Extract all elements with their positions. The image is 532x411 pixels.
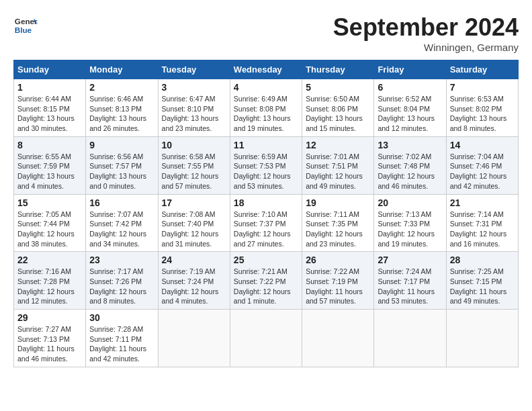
day-number: 3 [162, 82, 226, 93]
day-number: 10 [162, 140, 226, 150]
calendar-cell: 16Sunrise: 7:07 AM Sunset: 7:42 PM Dayli… [86, 194, 158, 252]
day-number: 18 [234, 197, 298, 208]
day-info: Sunrise: 7:16 AM Sunset: 7:28 PM Dayligh… [17, 267, 82, 306]
day-number: 7 [450, 82, 515, 93]
day-number: 5 [306, 82, 370, 93]
day-number: 4 [234, 82, 298, 93]
weekday-header-monday: Monday [86, 60, 158, 79]
calendar-cell [302, 310, 374, 367]
day-info: Sunrise: 6:44 AM Sunset: 8:15 PM Dayligh… [17, 94, 82, 134]
day-info: Sunrise: 6:53 AM Sunset: 8:02 PM Dayligh… [450, 94, 515, 134]
calendar-cell: 12Sunrise: 7:01 AM Sunset: 7:51 PM Dayli… [302, 136, 374, 194]
calendar-cell: 14Sunrise: 7:04 AM Sunset: 7:46 PM Dayli… [446, 136, 518, 194]
day-number: 15 [17, 197, 82, 208]
calendar-cell: 26Sunrise: 7:22 AM Sunset: 7:19 PM Dayli… [302, 252, 374, 310]
day-number: 29 [17, 312, 82, 323]
day-info: Sunrise: 7:04 AM Sunset: 7:46 PM Dayligh… [450, 152, 515, 191]
logo-icon: General Blue [13, 13, 38, 38]
month-title: September 2024 [333, 13, 519, 42]
day-info: Sunrise: 6:47 AM Sunset: 8:10 PM Dayligh… [162, 94, 226, 134]
day-number: 14 [450, 140, 515, 150]
day-info: Sunrise: 6:49 AM Sunset: 8:08 PM Dayligh… [234, 94, 298, 134]
calendar-cell: 18Sunrise: 7:10 AM Sunset: 7:37 PM Dayli… [230, 194, 302, 252]
calendar-cell: 23Sunrise: 7:17 AM Sunset: 7:26 PM Dayli… [86, 252, 158, 310]
day-number: 21 [450, 197, 515, 208]
day-info: Sunrise: 7:28 AM Sunset: 7:11 PM Dayligh… [89, 324, 154, 364]
weekday-header-saturday: Saturday [446, 60, 518, 79]
calendar-cell: 11Sunrise: 6:59 AM Sunset: 7:53 PM Dayli… [230, 136, 302, 194]
calendar-cell [374, 310, 446, 367]
day-info: Sunrise: 7:27 AM Sunset: 7:13 PM Dayligh… [17, 324, 82, 364]
calendar-cell: 29Sunrise: 7:27 AM Sunset: 7:13 PM Dayli… [14, 310, 86, 367]
calendar-cell: 4Sunrise: 6:49 AM Sunset: 8:08 PM Daylig… [230, 79, 302, 137]
day-info: Sunrise: 7:21 AM Sunset: 7:22 PM Dayligh… [234, 267, 298, 306]
day-number: 30 [89, 312, 154, 323]
calendar-cell: 27Sunrise: 7:24 AM Sunset: 7:17 PM Dayli… [374, 252, 446, 310]
calendar-cell: 15Sunrise: 7:05 AM Sunset: 7:44 PM Dayli… [14, 194, 86, 252]
calendar-cell: 8Sunrise: 6:55 AM Sunset: 7:59 PM Daylig… [14, 136, 86, 194]
calendar-week-1: 1Sunrise: 6:44 AM Sunset: 8:15 PM Daylig… [14, 79, 519, 137]
day-number: 9 [89, 140, 154, 150]
calendar-cell: 28Sunrise: 7:25 AM Sunset: 7:15 PM Dayli… [446, 252, 518, 310]
calendar-cell: 13Sunrise: 7:02 AM Sunset: 7:48 PM Dayli… [374, 136, 446, 194]
calendar-week-5: 29Sunrise: 7:27 AM Sunset: 7:13 PM Dayli… [14, 310, 519, 367]
day-info: Sunrise: 6:56 AM Sunset: 7:57 PM Dayligh… [89, 152, 154, 191]
day-info: Sunrise: 7:13 AM Sunset: 7:33 PM Dayligh… [378, 210, 442, 249]
calendar-cell: 10Sunrise: 6:58 AM Sunset: 7:55 PM Dayli… [158, 136, 230, 194]
calendar-table: SundayMondayTuesdayWednesdayThursdayFrid… [13, 60, 519, 367]
day-info: Sunrise: 7:10 AM Sunset: 7:37 PM Dayligh… [234, 210, 298, 249]
calendar-cell: 5Sunrise: 6:50 AM Sunset: 8:06 PM Daylig… [302, 79, 374, 137]
day-info: Sunrise: 7:25 AM Sunset: 7:15 PM Dayligh… [450, 267, 515, 306]
day-number: 26 [306, 255, 370, 265]
day-info: Sunrise: 6:55 AM Sunset: 7:59 PM Dayligh… [17, 152, 82, 191]
day-number: 13 [378, 140, 442, 150]
calendar-cell: 19Sunrise: 7:11 AM Sunset: 7:35 PM Dayli… [302, 194, 374, 252]
day-number: 1 [17, 82, 82, 93]
day-info: Sunrise: 6:50 AM Sunset: 8:06 PM Dayligh… [306, 94, 370, 134]
calendar-cell: 9Sunrise: 6:56 AM Sunset: 7:57 PM Daylig… [86, 136, 158, 194]
day-number: 27 [378, 255, 442, 265]
calendar-cell [230, 310, 302, 367]
day-info: Sunrise: 7:02 AM Sunset: 7:48 PM Dayligh… [378, 152, 442, 191]
calendar-cell: 25Sunrise: 7:21 AM Sunset: 7:22 PM Dayli… [230, 252, 302, 310]
day-number: 17 [162, 197, 226, 208]
title-block: September 2024 Winningen, Germany [333, 13, 519, 53]
day-number: 16 [89, 197, 154, 208]
weekday-header-friday: Friday [374, 60, 446, 79]
calendar-cell: 17Sunrise: 7:08 AM Sunset: 7:40 PM Dayli… [158, 194, 230, 252]
calendar-week-2: 8Sunrise: 6:55 AM Sunset: 7:59 PM Daylig… [14, 136, 519, 194]
day-info: Sunrise: 7:14 AM Sunset: 7:31 PM Dayligh… [450, 210, 515, 249]
svg-text:Blue: Blue [15, 26, 32, 34]
weekday-header-tuesday: Tuesday [158, 60, 230, 79]
day-number: 25 [234, 255, 298, 265]
weekday-header-thursday: Thursday [302, 60, 374, 79]
day-info: Sunrise: 7:07 AM Sunset: 7:42 PM Dayligh… [89, 210, 154, 249]
calendar-cell: 20Sunrise: 7:13 AM Sunset: 7:33 PM Dayli… [374, 194, 446, 252]
location: Winningen, Germany [333, 42, 519, 53]
calendar-cell: 24Sunrise: 7:19 AM Sunset: 7:24 PM Dayli… [158, 252, 230, 310]
day-info: Sunrise: 6:58 AM Sunset: 7:55 PM Dayligh… [162, 152, 226, 191]
day-number: 24 [162, 255, 226, 265]
weekday-header-wednesday: Wednesday [230, 60, 302, 79]
day-info: Sunrise: 7:24 AM Sunset: 7:17 PM Dayligh… [378, 267, 442, 306]
calendar-cell: 30Sunrise: 7:28 AM Sunset: 7:11 PM Dayli… [86, 310, 158, 367]
calendar-cell: 22Sunrise: 7:16 AM Sunset: 7:28 PM Dayli… [14, 252, 86, 310]
day-info: Sunrise: 7:08 AM Sunset: 7:40 PM Dayligh… [162, 210, 226, 249]
day-number: 22 [17, 255, 82, 265]
day-info: Sunrise: 6:59 AM Sunset: 7:53 PM Dayligh… [234, 152, 298, 191]
day-number: 19 [306, 197, 370, 208]
day-number: 6 [378, 82, 442, 93]
day-number: 11 [234, 140, 298, 150]
calendar-cell: 21Sunrise: 7:14 AM Sunset: 7:31 PM Dayli… [446, 194, 518, 252]
weekday-header-sunday: Sunday [14, 60, 86, 79]
calendar-cell: 7Sunrise: 6:53 AM Sunset: 8:02 PM Daylig… [446, 79, 518, 137]
day-number: 2 [89, 82, 154, 93]
calendar-cell: 1Sunrise: 6:44 AM Sunset: 8:15 PM Daylig… [14, 79, 86, 137]
day-info: Sunrise: 7:17 AM Sunset: 7:26 PM Dayligh… [89, 267, 154, 306]
logo: General Blue [13, 13, 38, 38]
day-info: Sunrise: 7:01 AM Sunset: 7:51 PM Dayligh… [306, 152, 370, 191]
day-info: Sunrise: 7:05 AM Sunset: 7:44 PM Dayligh… [17, 210, 82, 249]
calendar-cell: 2Sunrise: 6:46 AM Sunset: 8:13 PM Daylig… [86, 79, 158, 137]
page-header: General Blue September 2024 Winningen, G… [13, 13, 519, 53]
day-number: 23 [89, 255, 154, 265]
